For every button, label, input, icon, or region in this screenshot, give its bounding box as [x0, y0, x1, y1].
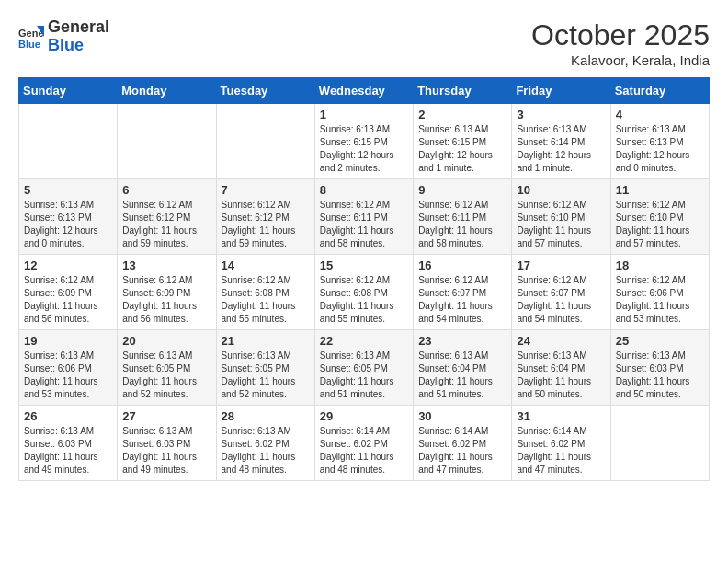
calendar-cell: 2Sunrise: 6:13 AM Sunset: 6:15 PM Daylig…: [414, 104, 512, 179]
calendar-cell: 7Sunrise: 6:12 AM Sunset: 6:12 PM Daylig…: [216, 179, 314, 255]
calendar-cell: 18Sunrise: 6:12 AM Sunset: 6:06 PM Dayli…: [610, 255, 709, 330]
calendar-cell: 11Sunrise: 6:12 AM Sunset: 6:10 PM Dayli…: [610, 179, 709, 255]
day-number: 25: [616, 334, 704, 348]
calendar-cell: 17Sunrise: 6:12 AM Sunset: 6:07 PM Dayli…: [512, 255, 610, 330]
day-info: Sunrise: 6:12 AM Sunset: 6:10 PM Dayligh…: [616, 199, 704, 250]
calendar-cell: 21Sunrise: 6:13 AM Sunset: 6:05 PM Dayli…: [216, 330, 314, 406]
calendar-cell: [216, 104, 314, 179]
calendar-cell: 30Sunrise: 6:14 AM Sunset: 6:02 PM Dayli…: [414, 406, 512, 481]
day-number: 23: [418, 334, 506, 348]
day-info: Sunrise: 6:12 AM Sunset: 6:11 PM Dayligh…: [418, 199, 506, 250]
day-number: 24: [517, 334, 605, 348]
day-number: 6: [122, 183, 210, 197]
weekday-header-row: SundayMondayTuesdayWednesdayThursdayFrid…: [19, 78, 710, 104]
calendar-cell: 19Sunrise: 6:13 AM Sunset: 6:06 PM Dayli…: [19, 330, 118, 406]
logo-blue-text: Blue: [48, 36, 84, 54]
day-number: 11: [616, 183, 704, 197]
calendar-cell: 1Sunrise: 6:13 AM Sunset: 6:15 PM Daylig…: [314, 104, 413, 179]
day-number: 30: [418, 409, 506, 423]
day-info: Sunrise: 6:14 AM Sunset: 6:02 PM Dayligh…: [517, 425, 605, 477]
day-number: 17: [517, 259, 605, 272]
day-info: Sunrise: 6:12 AM Sunset: 6:06 PM Dayligh…: [616, 274, 704, 326]
calendar-cell: 5Sunrise: 6:13 AM Sunset: 6:13 PM Daylig…: [19, 179, 118, 255]
day-info: Sunrise: 6:12 AM Sunset: 6:08 PM Dayligh…: [320, 274, 408, 326]
calendar-week-row: 26Sunrise: 6:13 AM Sunset: 6:03 PM Dayli…: [19, 406, 710, 481]
day-info: Sunrise: 6:14 AM Sunset: 6:02 PM Dayligh…: [320, 425, 408, 477]
calendar-cell: 8Sunrise: 6:12 AM Sunset: 6:11 PM Daylig…: [314, 179, 413, 255]
day-number: 9: [418, 183, 506, 197]
day-info: Sunrise: 6:13 AM Sunset: 6:02 PM Dayligh…: [222, 425, 310, 477]
day-number: 18: [616, 259, 704, 272]
day-number: 19: [24, 334, 112, 348]
calendar-week-row: 1Sunrise: 6:13 AM Sunset: 6:15 PM Daylig…: [19, 104, 710, 179]
calendar-cell: 10Sunrise: 6:12 AM Sunset: 6:10 PM Dayli…: [512, 179, 610, 255]
day-number: 14: [222, 259, 310, 272]
svg-text:Blue: Blue: [18, 39, 40, 50]
calendar-cell: 15Sunrise: 6:12 AM Sunset: 6:08 PM Dayli…: [314, 255, 413, 330]
calendar-cell: 14Sunrise: 6:12 AM Sunset: 6:08 PM Dayli…: [216, 255, 314, 330]
day-info: Sunrise: 6:13 AM Sunset: 6:04 PM Dayligh…: [517, 350, 605, 401]
calendar-cell: 27Sunrise: 6:13 AM Sunset: 6:03 PM Dayli…: [118, 406, 216, 481]
day-info: Sunrise: 6:14 AM Sunset: 6:02 PM Dayligh…: [418, 425, 506, 477]
day-info: Sunrise: 6:13 AM Sunset: 6:03 PM Dayligh…: [122, 425, 210, 477]
calendar-week-row: 19Sunrise: 6:13 AM Sunset: 6:06 PM Dayli…: [19, 330, 710, 406]
calendar-cell: 23Sunrise: 6:13 AM Sunset: 6:04 PM Dayli…: [414, 330, 512, 406]
day-info: Sunrise: 6:13 AM Sunset: 6:03 PM Dayligh…: [24, 425, 112, 477]
day-info: Sunrise: 6:13 AM Sunset: 6:14 PM Dayligh…: [517, 123, 605, 175]
day-number: 29: [320, 409, 408, 423]
calendar-table: SundayMondayTuesdayWednesdayThursdayFrid…: [18, 77, 710, 481]
calendar-cell: 9Sunrise: 6:12 AM Sunset: 6:11 PM Daylig…: [414, 179, 512, 255]
weekday-header: Thursday: [414, 78, 512, 104]
day-number: 3: [517, 108, 605, 121]
day-number: 22: [320, 334, 408, 348]
logo-general-text: General: [48, 17, 109, 36]
day-number: 27: [122, 409, 210, 423]
calendar-cell: 16Sunrise: 6:12 AM Sunset: 6:07 PM Dayli…: [414, 255, 512, 330]
day-number: 21: [222, 334, 310, 348]
logo-icon: General Blue: [18, 24, 44, 50]
day-info: Sunrise: 6:13 AM Sunset: 6:13 PM Dayligh…: [616, 123, 704, 175]
day-number: 10: [517, 183, 605, 197]
calendar-cell: 31Sunrise: 6:14 AM Sunset: 6:02 PM Dayli…: [512, 406, 610, 481]
day-info: Sunrise: 6:12 AM Sunset: 6:10 PM Dayligh…: [517, 199, 605, 250]
day-info: Sunrise: 6:12 AM Sunset: 6:11 PM Dayligh…: [320, 199, 408, 250]
weekday-header: Tuesday: [216, 78, 314, 104]
day-number: 20: [122, 334, 210, 348]
weekday-header: Saturday: [610, 78, 709, 104]
day-info: Sunrise: 6:12 AM Sunset: 6:08 PM Dayligh…: [222, 274, 310, 326]
day-number: 4: [616, 108, 704, 121]
day-number: 31: [517, 409, 605, 423]
weekday-header: Wednesday: [314, 78, 413, 104]
day-info: Sunrise: 6:13 AM Sunset: 6:05 PM Dayligh…: [320, 350, 408, 401]
page-header: General Blue General Blue October 2025 K…: [18, 18, 710, 68]
day-info: Sunrise: 6:12 AM Sunset: 6:07 PM Dayligh…: [517, 274, 605, 326]
day-number: 2: [418, 108, 506, 121]
calendar-cell: 22Sunrise: 6:13 AM Sunset: 6:05 PM Dayli…: [314, 330, 413, 406]
calendar-week-row: 12Sunrise: 6:12 AM Sunset: 6:09 PM Dayli…: [19, 255, 710, 330]
month-title: October 2025: [531, 18, 710, 52]
calendar-cell: 20Sunrise: 6:13 AM Sunset: 6:05 PM Dayli…: [118, 330, 216, 406]
day-info: Sunrise: 6:13 AM Sunset: 6:06 PM Dayligh…: [24, 350, 112, 401]
calendar-cell: [610, 406, 709, 481]
day-number: 26: [24, 409, 112, 423]
calendar-cell: 12Sunrise: 6:12 AM Sunset: 6:09 PM Dayli…: [19, 255, 118, 330]
day-info: Sunrise: 6:13 AM Sunset: 6:05 PM Dayligh…: [122, 350, 210, 401]
calendar-cell: 4Sunrise: 6:13 AM Sunset: 6:13 PM Daylig…: [610, 104, 709, 179]
day-info: Sunrise: 6:12 AM Sunset: 6:09 PM Dayligh…: [24, 274, 112, 326]
day-info: Sunrise: 6:12 AM Sunset: 6:12 PM Dayligh…: [222, 199, 310, 250]
calendar-cell: 6Sunrise: 6:12 AM Sunset: 6:12 PM Daylig…: [118, 179, 216, 255]
logo: General Blue General Blue: [18, 18, 109, 55]
day-info: Sunrise: 6:13 AM Sunset: 6:03 PM Dayligh…: [616, 350, 704, 401]
day-number: 8: [320, 183, 408, 197]
day-number: 5: [24, 183, 112, 197]
weekday-header: Sunday: [19, 78, 118, 104]
calendar-cell: 25Sunrise: 6:13 AM Sunset: 6:03 PM Dayli…: [610, 330, 709, 406]
day-number: 15: [320, 259, 408, 272]
calendar-cell: 13Sunrise: 6:12 AM Sunset: 6:09 PM Dayli…: [118, 255, 216, 330]
day-number: 13: [122, 259, 210, 272]
day-number: 28: [222, 409, 310, 423]
calendar-cell: 3Sunrise: 6:13 AM Sunset: 6:14 PM Daylig…: [512, 104, 610, 179]
weekday-header: Monday: [118, 78, 216, 104]
calendar-week-row: 5Sunrise: 6:13 AM Sunset: 6:13 PM Daylig…: [19, 179, 710, 255]
title-block: October 2025 Kalavoor, Kerala, India: [531, 18, 710, 68]
